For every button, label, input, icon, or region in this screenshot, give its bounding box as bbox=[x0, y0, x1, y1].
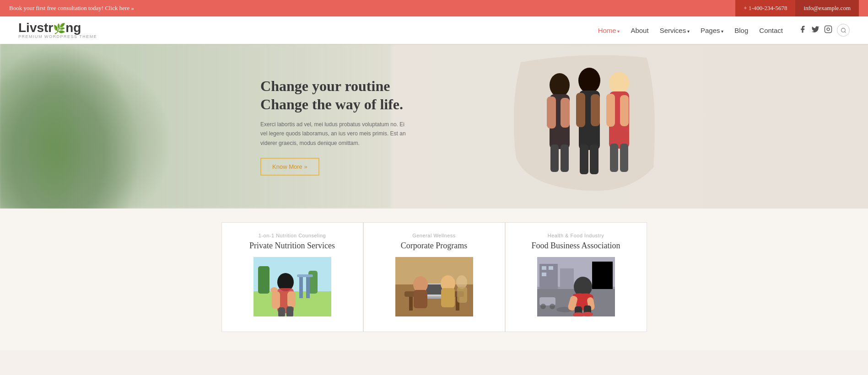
svg-rect-6 bbox=[547, 96, 556, 129]
nutrition-photo bbox=[253, 257, 331, 316]
service-card-business: Health & Food Industry Food Business Ass… bbox=[505, 222, 647, 332]
svg-rect-34 bbox=[278, 307, 285, 316]
nav-pages[interactable]: Pages bbox=[701, 27, 723, 34]
logo-subtitle: PREMIUM WORDPRESS THEME bbox=[18, 35, 97, 39]
svg-rect-58 bbox=[542, 273, 546, 276]
svg-rect-54 bbox=[560, 268, 574, 291]
svg-rect-50 bbox=[457, 287, 467, 303]
svg-rect-0 bbox=[825, 26, 832, 33]
svg-rect-7 bbox=[561, 98, 570, 128]
logo-text: Livstr🌿ng bbox=[18, 21, 97, 35]
service-title-3: Food Business Association bbox=[531, 241, 620, 251]
logo-text-part2: ng bbox=[65, 21, 81, 35]
svg-rect-48 bbox=[441, 288, 455, 307]
svg-rect-33 bbox=[287, 291, 296, 307]
service-card-nutrition: 1-on-1 Nutrition Counseling Private Nutr… bbox=[221, 222, 363, 332]
logo-leaf-icon: 🌿 bbox=[53, 23, 65, 34]
svg-rect-15 bbox=[590, 145, 598, 174]
svg-point-69 bbox=[540, 304, 546, 309]
svg-point-10 bbox=[578, 68, 600, 93]
hero-section: Change your routine Change the way of li… bbox=[0, 44, 868, 209]
svg-rect-27 bbox=[299, 275, 303, 298]
services-section: 1-on-1 Nutrition Counseling Private Nutr… bbox=[0, 209, 868, 350]
logo-text-part1: Livstr bbox=[18, 21, 53, 35]
svg-rect-46 bbox=[414, 290, 427, 308]
hero-title-line1: Change your routine bbox=[260, 78, 390, 94]
hero-title: Change your routine Change the way of li… bbox=[260, 77, 407, 113]
email-address: info@example.com bbox=[803, 5, 851, 12]
top-bar-phone[interactable]: + 1-400-234-5678 bbox=[735, 0, 795, 16]
nav-contact[interactable]: Contact bbox=[759, 27, 783, 34]
svg-rect-35 bbox=[286, 306, 293, 316]
svg-point-2 bbox=[841, 28, 845, 32]
nav-home[interactable]: Home bbox=[598, 27, 620, 34]
top-bar: Book your first free consultation today!… bbox=[0, 0, 868, 16]
hero-content: Change your routine Change the way of li… bbox=[260, 77, 407, 176]
hero-cta-button[interactable]: Know More » bbox=[260, 158, 319, 176]
instagram-icon[interactable] bbox=[824, 25, 832, 35]
svg-point-67 bbox=[582, 312, 593, 316]
service-card-corporate: General Wellness Corporate Programs bbox=[363, 222, 505, 332]
nav-social-icons bbox=[798, 24, 850, 37]
svg-rect-57 bbox=[549, 266, 553, 270]
svg-point-70 bbox=[550, 304, 555, 309]
svg-rect-9 bbox=[561, 145, 569, 172]
twitter-icon[interactable] bbox=[811, 25, 819, 35]
hero-plant-bg bbox=[0, 44, 165, 209]
svg-rect-21 bbox=[620, 144, 628, 172]
announcement-text: Book your first free consultation today!… bbox=[9, 5, 134, 12]
svg-rect-19 bbox=[620, 95, 629, 126]
nav-services[interactable]: Services bbox=[660, 27, 690, 34]
svg-rect-40 bbox=[409, 297, 413, 311]
svg-rect-13 bbox=[591, 94, 600, 126]
nav-about[interactable]: About bbox=[631, 27, 648, 34]
svg-rect-28 bbox=[306, 275, 310, 298]
svg-rect-32 bbox=[272, 291, 280, 309]
top-bar-email[interactable]: info@example.com bbox=[795, 0, 859, 16]
svg-rect-25 bbox=[258, 266, 270, 294]
hero-brushstroke bbox=[514, 48, 660, 195]
search-button[interactable] bbox=[837, 24, 850, 37]
service-subtitle-3: Health & Food Industry bbox=[548, 233, 604, 238]
top-bar-announcement[interactable]: Book your first free consultation today!… bbox=[9, 5, 134, 12]
svg-rect-8 bbox=[550, 145, 559, 172]
svg-rect-14 bbox=[580, 145, 588, 174]
svg-rect-20 bbox=[610, 144, 618, 172]
top-bar-contact: + 1-400-234-5678 info@example.com bbox=[735, 0, 859, 16]
svg-rect-55 bbox=[592, 262, 613, 291]
hero-title-line2: Change the way of life. bbox=[260, 96, 403, 112]
business-photo bbox=[537, 257, 615, 316]
svg-rect-56 bbox=[542, 266, 546, 270]
logo[interactable]: Livstr🌿ng PREMIUM WORDPRESS THEME bbox=[18, 21, 97, 40]
svg-rect-29 bbox=[297, 274, 313, 277]
service-title-1: Private Nutrition Services bbox=[249, 241, 335, 251]
service-image-3 bbox=[515, 257, 637, 316]
service-title-2: Corporate Programs bbox=[401, 241, 467, 251]
svg-point-36 bbox=[270, 287, 278, 293]
phone-number: + 1-400-234-5678 bbox=[744, 5, 787, 12]
service-image-2 bbox=[373, 257, 496, 316]
svg-rect-12 bbox=[576, 93, 585, 127]
site-header: Livstr🌿ng PREMIUM WORDPRESS THEME Home A… bbox=[0, 16, 868, 44]
main-nav: Home About Services Pages Blog Contact bbox=[598, 24, 850, 37]
service-subtitle-1: 1-on-1 Nutrition Counseling bbox=[259, 233, 326, 238]
corporate-photo bbox=[395, 257, 473, 316]
svg-rect-18 bbox=[606, 94, 615, 127]
service-subtitle-2: General Wellness bbox=[412, 233, 456, 238]
hero-description: Exerci labortis ad vel, mei ludus probat… bbox=[260, 120, 407, 148]
hero-image bbox=[514, 48, 651, 195]
service-image-1 bbox=[231, 257, 354, 316]
svg-point-16 bbox=[609, 72, 629, 94]
svg-line-3 bbox=[845, 32, 846, 32]
svg-point-4 bbox=[550, 73, 570, 97]
facebook-icon[interactable] bbox=[798, 25, 807, 35]
nav-blog[interactable]: Blog bbox=[734, 27, 748, 34]
